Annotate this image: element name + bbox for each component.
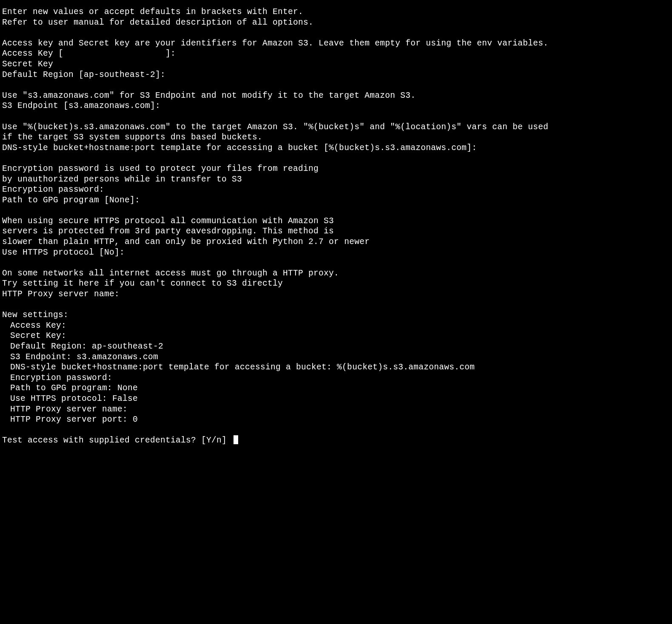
summary-gpg: Path to GPG program: None <box>2 383 670 394</box>
https-desc-1: When using secure HTTPS protocol all com… <box>2 216 670 227</box>
summary-https: Use HTTPS protocol: False <box>2 394 670 404</box>
encryption-desc-1: Encryption password is used to protect y… <box>2 164 670 174</box>
access-key-prompt[interactable]: Access Key [ ]: <box>2 48 670 59</box>
access-key-close: ]: <box>165 49 176 58</box>
https-desc-2: servers is protected from 3rd party eave… <box>2 226 670 237</box>
blank <box>2 111 670 122</box>
terminal-output[interactable]: Enter new values or accept defaults in b… <box>2 7 670 446</box>
summary-proxy-name: HTTP Proxy server name: <box>2 404 670 415</box>
proxy-name-prompt[interactable]: HTTP Proxy server name: <box>2 289 670 300</box>
default-region-prompt[interactable]: Default Region [ap-southeast-2]: <box>2 70 670 80</box>
blank <box>2 28 670 38</box>
summary-secret-key: Secret Key: <box>2 331 670 341</box>
dns-template-prompt[interactable]: DNS-style bucket+hostname:port template … <box>2 143 670 153</box>
blank <box>2 425 670 436</box>
test-access-prompt[interactable]: Test access with supplied credentials? [… <box>2 435 670 446</box>
https-prompt[interactable]: Use HTTPS protocol [No]: <box>2 247 670 258</box>
summary-region: Default Region: ap-southeast-2 <box>2 341 670 352</box>
dns-desc-2: if the target S3 system supports dns bas… <box>2 132 670 143</box>
blank <box>2 80 670 91</box>
secret-key-prompt[interactable]: Secret Key <box>2 59 670 70</box>
encryption-password-prompt[interactable]: Encryption password: <box>2 184 670 195</box>
summary-header: New settings: <box>2 310 670 321</box>
dns-desc-1: Use "%(bucket)s.s3.amazonaws.com" to the… <box>2 122 670 133</box>
summary-dns: DNS-style bucket+hostname:port template … <box>2 362 670 373</box>
encryption-desc-2: by unauthorized persons while in transfe… <box>2 174 670 185</box>
s3-endpoint-prompt[interactable]: S3 Endpoint [s3.amazonaws.com]: <box>2 101 670 111</box>
access-key-label: Access Key [ <box>2 49 63 58</box>
gpg-path-prompt[interactable]: Path to GPG program [None]: <box>2 195 670 206</box>
blank <box>2 205 670 216</box>
blank <box>2 300 670 310</box>
proxy-desc-1: On some networks all internet access mus… <box>2 268 670 279</box>
blank <box>2 258 670 268</box>
summary-proxy-port: HTTP Proxy server port: 0 <box>2 414 670 425</box>
endpoint-desc: Use "s3.amazonaws.com" for S3 Endpoint a… <box>2 91 670 101</box>
summary-access-key: Access Key: <box>2 321 670 331</box>
test-access-text: Test access with supplied credentials? [… <box>2 436 232 445</box>
https-desc-3: slower than plain HTTP, and can only be … <box>2 237 670 247</box>
intro-line-1: Enter new values or accept defaults in b… <box>2 7 670 17</box>
access-desc: Access key and Secret key are your ident… <box>2 38 670 49</box>
blank <box>2 153 670 164</box>
cursor-icon <box>233 435 238 444</box>
access-key-mask <box>63 49 165 58</box>
intro-line-2: Refer to user manual for detailed descri… <box>2 17 670 28</box>
summary-encryption: Encryption password: <box>2 373 670 383</box>
summary-endpoint: S3 Endpoint: s3.amazonaws.com <box>2 352 670 363</box>
proxy-desc-2: Try setting it here if you can't connect… <box>2 278 670 289</box>
